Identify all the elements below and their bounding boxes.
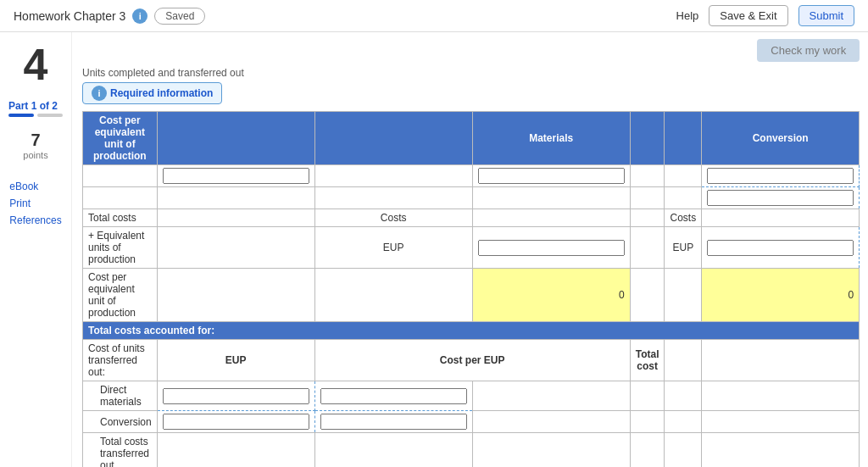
cell-input-dm-cost[interactable] <box>314 381 472 411</box>
cell-empty-33 <box>472 433 630 468</box>
print-link[interactable]: Print <box>9 197 61 209</box>
submit-button[interactable]: Submit <box>798 5 854 26</box>
col-eup-header-1: EUP <box>157 340 314 381</box>
total-costs-label: Total costs <box>83 209 158 227</box>
col-header-materials: Materials <box>472 112 630 165</box>
input-eup-1[interactable] <box>478 240 625 256</box>
col-header-conversion: Conversion <box>702 112 860 165</box>
help-button[interactable]: Help <box>676 9 699 22</box>
cell-empty-19 <box>630 269 665 322</box>
info-icon[interactable]: i <box>132 8 147 24</box>
points-number: 7 <box>23 131 47 150</box>
cell-empty-17 <box>157 269 314 322</box>
transferred-out-label: Cost of units transferred out: <box>83 340 158 381</box>
cost-table: Cost per equivalent unit of production M… <box>82 111 860 467</box>
cost-per-row: Cost per equivalent unit of production 0… <box>83 269 860 322</box>
col-cost-per-eup-header-1: Cost per EUP <box>314 340 630 381</box>
cell-empty-18 <box>314 269 472 322</box>
progress-bar-inactive <box>37 114 63 117</box>
cell-empty-35 <box>665 433 702 468</box>
references-link[interactable]: References <box>9 214 61 226</box>
page-title: Homework Chapter 3 <box>14 9 125 23</box>
conv-transferred-label: Conversion <box>83 411 158 433</box>
col-header-3 <box>314 112 472 165</box>
cell-empty-11 <box>157 209 314 227</box>
cell-empty-27 <box>472 411 630 433</box>
cell-empty-8 <box>472 187 630 209</box>
top-bar: Homework Chapter 3 i Saved Help Save & E… <box>0 0 868 32</box>
cell-empty-14 <box>702 209 860 227</box>
cell-empty-29 <box>665 411 702 433</box>
cell-empty-36 <box>702 433 860 468</box>
cell-input-1b[interactable] <box>472 165 630 187</box>
cell-input-1c[interactable] <box>702 165 860 187</box>
input-row-2 <box>83 187 860 209</box>
col-header-1: Cost per equivalent unit of production <box>83 112 158 165</box>
cost-per-val2: 0 <box>702 269 860 322</box>
conv-transferred-row: Conversion <box>83 411 860 433</box>
total-transferred-row: Total costs transferred out <box>83 433 860 468</box>
check-my-work-button[interactable]: Check my work <box>757 39 860 62</box>
sidebar: 4 Part 1 of 2 7 points eBook Print Refer… <box>0 32 72 467</box>
transferred-out-header-row: Cost of units transferred out: EUP Cost … <box>83 340 860 381</box>
cell-empty-15 <box>157 227 314 269</box>
cell-empty-23 <box>472 381 630 411</box>
eup-col-1: EUP <box>314 227 472 269</box>
cell-empty-25 <box>665 381 702 411</box>
req-info-label: Required information <box>110 87 213 99</box>
cost-per-val1: 0 <box>472 269 630 322</box>
cell-empty-7 <box>314 187 472 209</box>
input-conv-cost[interactable] <box>320 414 467 430</box>
costs-label-2: Costs <box>665 209 702 227</box>
points-label: points <box>23 150 47 160</box>
cell-empty-32 <box>314 433 472 468</box>
req-info-icon: i <box>92 86 107 101</box>
cell-empty-22 <box>702 340 860 381</box>
eup-row: + Equivalent units of production EUP EUP <box>83 227 860 269</box>
input-dm-cost[interactable] <box>320 388 467 404</box>
cell-empty-28 <box>630 411 665 433</box>
section-header-label: Total costs accounted for: <box>83 322 860 340</box>
cell-empty-4 <box>665 165 702 187</box>
input-dm-eup[interactable] <box>163 388 309 404</box>
cell-empty-26 <box>702 381 860 411</box>
top-bar-left: Homework Chapter 3 i Saved <box>14 8 205 25</box>
col-header-2 <box>157 112 314 165</box>
progress-bar-active <box>8 114 34 117</box>
input-1c[interactable] <box>707 168 854 184</box>
cell-empty-9 <box>630 187 665 209</box>
cell-empty-20 <box>665 269 702 322</box>
cell-empty-30 <box>702 411 860 433</box>
total-costs-row: Total costs Costs Costs <box>83 209 860 227</box>
dm-transferred-row: Direct materials <box>83 381 860 411</box>
input-eup-2[interactable] <box>707 240 854 256</box>
cell-input-conv-eup[interactable] <box>157 411 314 433</box>
cell-empty-5 <box>83 187 158 209</box>
cell-input-eup-2[interactable] <box>702 227 860 269</box>
cell-input-conv-cost[interactable] <box>314 411 472 433</box>
main-layout: 4 Part 1 of 2 7 points eBook Print Refer… <box>0 32 868 467</box>
cell-input-1a[interactable] <box>157 165 314 187</box>
cell-empty-3 <box>630 165 665 187</box>
section-header-row: Total costs accounted for: <box>83 322 860 340</box>
ebook-link[interactable]: eBook <box>9 181 61 192</box>
input-1a[interactable] <box>163 168 309 184</box>
cell-input-dm-eup[interactable] <box>157 381 314 411</box>
col-total-cost-header-1: Total cost <box>630 340 665 381</box>
cell-empty-6 <box>157 187 314 209</box>
input-conv-eup[interactable] <box>163 414 309 430</box>
question-number: 4 <box>24 42 48 86</box>
cell-input-eup-1[interactable] <box>472 227 630 269</box>
save-exit-button[interactable]: Save & Exit <box>709 5 787 26</box>
breadcrumb: Units completed and transferred out <box>82 67 860 79</box>
required-info-badge: i Required information <box>82 82 222 104</box>
input-2a[interactable] <box>707 190 854 206</box>
input-1b[interactable] <box>478 168 625 184</box>
col-header-5 <box>665 112 702 165</box>
cell-empty-1 <box>83 165 158 187</box>
col-header-4 <box>630 112 665 165</box>
total-transferred-label: Total costs transferred out <box>83 433 158 468</box>
cell-input-2a[interactable] <box>702 187 860 209</box>
points-section: 7 points <box>23 131 47 160</box>
content-area: Check my work Units completed and transf… <box>72 32 868 467</box>
